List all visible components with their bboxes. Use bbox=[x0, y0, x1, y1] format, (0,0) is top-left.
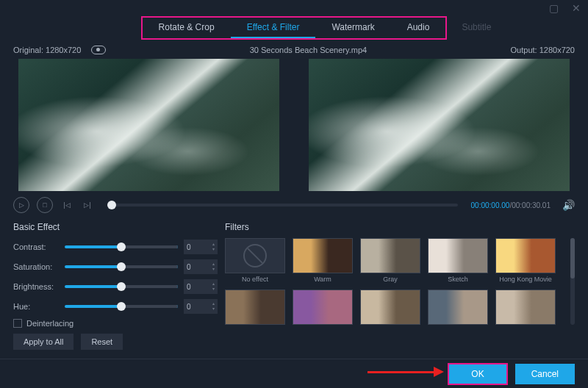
hue-spinner[interactable]: 0 bbox=[184, 299, 218, 314]
contrast-spinner[interactable]: 0 bbox=[184, 240, 218, 254]
current-time: 00:00:00.00 bbox=[471, 201, 510, 209]
saturation-label: Saturation: bbox=[13, 262, 59, 271]
output-preview bbox=[309, 59, 570, 191]
filters-scrollbar[interactable] bbox=[570, 238, 575, 325]
play-button[interactable]: ▷ bbox=[13, 197, 29, 213]
filter-row2-e[interactable] bbox=[495, 290, 556, 335]
filter-no-effect[interactable]: No effect bbox=[225, 238, 285, 284]
filter-row2-d[interactable] bbox=[428, 290, 488, 335]
filter-gray[interactable]: Gray bbox=[360, 238, 420, 284]
filters-title: Filters bbox=[225, 222, 575, 232]
preview-toggle-icon[interactable] bbox=[91, 46, 106, 54]
timeline-thumb[interactable] bbox=[107, 201, 116, 209]
filter-hong-kong-movie[interactable]: Hong Kong Movie bbox=[495, 238, 556, 284]
no-effect-icon bbox=[225, 238, 285, 273]
tab-subtitle[interactable]: Subtitle bbox=[445, 18, 507, 37]
output-resolution: Output: 1280x720 bbox=[511, 46, 575, 54]
ok-button[interactable]: OK bbox=[448, 363, 507, 385]
cancel-button[interactable]: Cancel bbox=[515, 364, 575, 384]
tab-audio[interactable]: Audio bbox=[391, 18, 446, 38]
reset-button[interactable]: Reset bbox=[81, 334, 123, 350]
original-resolution: Original: 1280x720 bbox=[13, 46, 81, 54]
saturation-spinner[interactable]: 0 bbox=[184, 259, 218, 274]
duration-time: /00:00:30.01 bbox=[509, 201, 551, 209]
filter-row2-c[interactable] bbox=[360, 290, 420, 335]
tabs-highlight-box: Rotate & Crop Effect & Filter Watermark … bbox=[141, 16, 448, 40]
stop-button[interactable]: □ bbox=[37, 197, 53, 213]
close-button[interactable]: ✕ bbox=[572, 2, 581, 14]
minimize-button[interactable]: ▢ bbox=[549, 2, 559, 14]
saturation-slider[interactable] bbox=[65, 265, 178, 268]
apply-to-all-button[interactable]: Apply to All bbox=[13, 334, 74, 350]
hue-slider[interactable] bbox=[65, 305, 178, 308]
filter-warm[interactable]: Warm bbox=[293, 238, 353, 284]
tab-watermark[interactable]: Watermark bbox=[315, 18, 390, 38]
annotation-arrow bbox=[368, 367, 444, 377]
basic-effect-title: Basic Effect bbox=[13, 222, 218, 232]
timeline-slider[interactable] bbox=[107, 204, 458, 206]
tab-rotate-crop[interactable]: Rotate & Crop bbox=[143, 18, 231, 38]
filename-label: 30 Seconds Beach Scenery.mp4 bbox=[106, 46, 510, 54]
brightness-slider[interactable] bbox=[65, 285, 178, 288]
filter-row2-a[interactable] bbox=[225, 290, 285, 335]
filter-sketch[interactable]: Sketch bbox=[428, 238, 488, 284]
brightness-label: Brightness: bbox=[13, 282, 59, 291]
deinterlacing-label: Deinterlacing bbox=[26, 319, 74, 328]
deinterlacing-checkbox[interactable] bbox=[13, 319, 22, 328]
hue-label: Hue: bbox=[13, 302, 59, 311]
contrast-slider[interactable] bbox=[65, 245, 178, 248]
contrast-label: Contrast: bbox=[13, 242, 59, 251]
volume-icon[interactable]: 🔊 bbox=[562, 199, 575, 211]
filter-row2-b[interactable] bbox=[293, 290, 353, 335]
tab-effect-filter[interactable]: Effect & Filter bbox=[231, 18, 316, 38]
prev-frame-button[interactable]: |◁ bbox=[60, 198, 74, 212]
next-frame-button[interactable]: ▷| bbox=[81, 198, 94, 212]
original-preview bbox=[18, 59, 279, 191]
brightness-spinner[interactable]: 0 bbox=[184, 279, 218, 294]
